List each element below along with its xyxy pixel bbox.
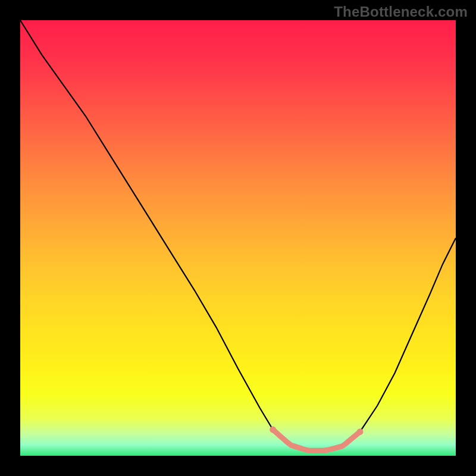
sweet-spot-left-dot [270, 427, 276, 433]
curve-layer [20, 20, 456, 456]
watermark-text: TheBottleneck.com [334, 4, 468, 20]
plot-area [20, 20, 456, 456]
sweet-spot-band [273, 430, 360, 450]
chart-frame: TheBottleneck.com [0, 0, 476, 476]
bottleneck-curve [20, 20, 456, 450]
sweet-spot-right-dot [357, 428, 364, 435]
